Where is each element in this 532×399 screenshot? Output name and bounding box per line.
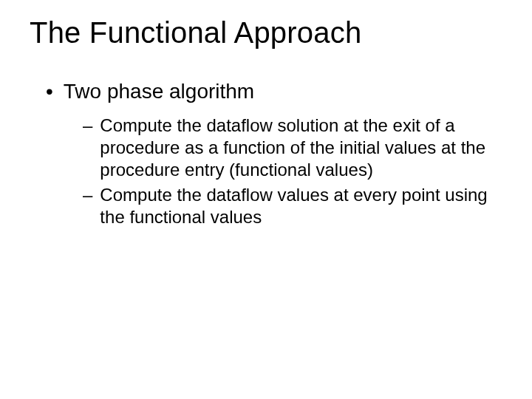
bullet-level1: • Two phase algorithm — [46, 79, 502, 104]
bullet-text: Two phase algorithm — [64, 79, 254, 104]
subbullet-text: Compute the dataflow values at every poi… — [100, 184, 502, 228]
dash-marker-icon: – — [83, 184, 92, 206]
subbullet-text: Compute the dataflow solution at the exi… — [100, 115, 502, 181]
dash-marker-icon: – — [83, 115, 92, 137]
bullet-level2: – Compute the dataflow values at every p… — [83, 184, 502, 228]
bullet-level2: – Compute the dataflow solution at the e… — [83, 115, 502, 181]
slide-title: The Functional Approach — [30, 16, 502, 50]
bullet-marker-icon: • — [46, 79, 53, 104]
